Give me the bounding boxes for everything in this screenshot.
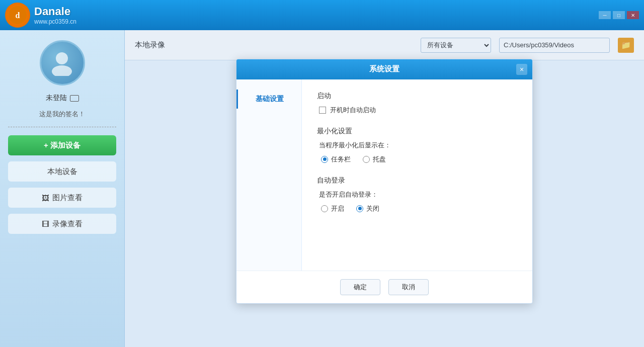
- add-device-button[interactable]: + 添加设备: [8, 135, 116, 155]
- dialog-title: 系统设置: [369, 64, 399, 74]
- autostart-row: 开机时自动启动: [319, 106, 517, 115]
- video-icon: 🎞: [42, 220, 49, 228]
- autologin-on-label: 开启: [331, 204, 344, 213]
- minimize-button[interactable]: ─: [599, 11, 611, 19]
- minimize-sublabel: 当程序最小化后显示在：: [319, 141, 517, 150]
- dialog-body: 基础设置 启动 开机时自动启动: [236, 79, 532, 271]
- sidebar: 未登陆 这是我的签名！ + 添加设备 本地设备 🖼 图片查看 🎞 录像查看: [0, 30, 125, 347]
- username-label: 未登陆: [46, 94, 67, 103]
- content-area: 本地录像 所有设备 📁 系统设置 × 基础设置: [125, 30, 644, 347]
- dialog-overlay: 系统设置 × 基础设置 启动: [125, 30, 644, 347]
- sidebar-divider: [8, 127, 116, 127]
- minimize-radio-row: 任务栏 托盘: [321, 155, 517, 164]
- user-info: 未登陆: [46, 94, 79, 103]
- minimize-title: 最小化设置: [317, 127, 517, 136]
- autologin-section: 自动登录 是否开启自动登录： 开启 关闭: [317, 176, 517, 213]
- confirm-button[interactable]: 确定: [340, 279, 380, 295]
- settings-dialog: 系统设置 × 基础设置 启动: [236, 59, 533, 304]
- autologin-title: 自动登录: [317, 176, 517, 185]
- window-controls: ─ □ ✕: [599, 11, 639, 19]
- minimize-section: 最小化设置 当程序最小化后显示在： 任务栏 托盘: [317, 127, 517, 164]
- autologin-off-radio: [356, 205, 363, 212]
- local-device-button[interactable]: 本地设备: [8, 161, 116, 182]
- logo-text: Danale: [34, 5, 76, 18]
- logo: d Danale www.pc0359.cn: [5, 3, 76, 28]
- photo-view-button[interactable]: 🖼 图片查看: [8, 188, 116, 208]
- startup-section: 启动 开机时自动启动: [317, 92, 517, 115]
- minimize-tray-radio: [363, 156, 370, 163]
- logo-icon: d: [5, 3, 30, 28]
- svg-point-3: [52, 65, 72, 76]
- avatar-icon: [48, 48, 76, 78]
- dialog-footer: 确定 取消: [236, 271, 532, 303]
- cancel-button[interactable]: 取消: [388, 279, 429, 295]
- nav-basic-settings[interactable]: 基础设置: [236, 90, 301, 109]
- avatar: [40, 40, 85, 85]
- video-view-button[interactable]: 🎞 录像查看: [8, 214, 116, 234]
- svg-point-2: [56, 52, 68, 64]
- logo-sub: www.pc0359.cn: [34, 18, 76, 25]
- dialog-nav: 基础设置: [236, 79, 302, 271]
- minimize-taskbar-label: 任务栏: [331, 155, 351, 164]
- main-layout: 未登陆 这是我的签名！ + 添加设备 本地设备 🖼 图片查看 🎞 录像查看 本地…: [0, 30, 644, 347]
- title-bar: d Danale www.pc0359.cn ─ □ ✕: [0, 0, 644, 30]
- dialog-main-content: 启动 开机时自动启动 最小化设置 当程序最小化后显示在：: [302, 79, 532, 271]
- video-view-label: 录像查看: [52, 219, 83, 229]
- startup-title: 启动: [317, 92, 517, 101]
- email-icon: [70, 95, 79, 102]
- svg-text:d: d: [16, 11, 20, 20]
- autostart-checkbox[interactable]: [319, 107, 326, 114]
- restore-button[interactable]: □: [613, 11, 625, 19]
- minimize-tray-option[interactable]: 托盘: [363, 155, 386, 164]
- autologin-off-option[interactable]: 关闭: [356, 204, 379, 213]
- dialog-close-button[interactable]: ×: [516, 64, 527, 75]
- close-button[interactable]: ✕: [627, 11, 639, 19]
- autologin-sublabel: 是否开启自动登录：: [319, 190, 517, 199]
- autologin-off-label: 关闭: [366, 204, 379, 213]
- autologin-on-option[interactable]: 开启: [321, 204, 344, 213]
- autostart-label: 开机时自动启动: [330, 106, 376, 115]
- minimize-taskbar-radio: [321, 156, 328, 163]
- dialog-header: 系统设置 ×: [236, 59, 532, 79]
- signature-label: 这是我的签名！: [39, 110, 85, 119]
- minimize-taskbar-option[interactable]: 任务栏: [321, 155, 351, 164]
- autologin-on-radio: [321, 205, 328, 212]
- autologin-radio-row: 开启 关闭: [321, 204, 517, 213]
- photo-icon: 🖼: [42, 194, 49, 202]
- minimize-tray-label: 托盘: [373, 155, 386, 164]
- photo-view-label: 图片查看: [52, 193, 83, 203]
